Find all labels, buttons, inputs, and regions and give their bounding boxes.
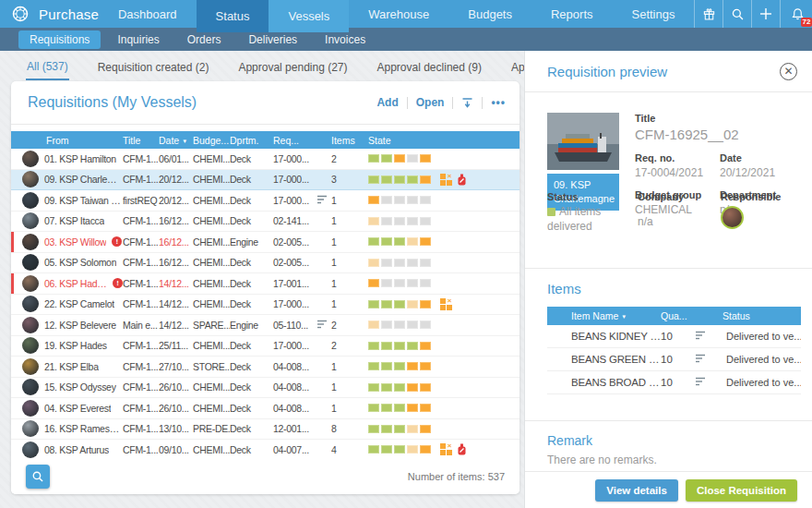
open-button[interactable]: Open	[416, 96, 445, 109]
cancelled-items-icon: ×	[440, 174, 452, 186]
responsible-avatar[interactable]	[721, 206, 744, 229]
close-requisition-button[interactable]: Close Requisition	[686, 479, 797, 502]
state-square	[381, 259, 392, 267]
table-row[interactable]: 05. KSP SolomonCFM-1...16/12...CHEMI...D…	[11, 253, 519, 274]
vessel-avatar	[22, 234, 39, 250]
vessel-avatar	[22, 296, 39, 312]
state-cell	[368, 279, 519, 287]
gift-icon[interactable]	[694, 0, 722, 28]
table-row[interactable]: 15. KSP OdysseyCFM-1...26/10...CHEMI...D…	[11, 378, 519, 399]
close-icon[interactable]: ✕	[780, 63, 797, 80]
column-header-dprtm[interactable]: Dprtm.	[230, 135, 273, 146]
items-column-header-item-name[interactable]: Item Name▼	[571, 310, 661, 321]
items-count-cell: 2	[331, 320, 368, 331]
preview-footer: View details Close Requisition	[525, 471, 812, 508]
from-cell: 05. KSP Solomon	[22, 254, 123, 271]
filter-tabs: All (537)Requisition created (2)Approval…	[0, 51, 524, 81]
table-row[interactable]: 21. KSP ElbaCFM-1...27/10...STORE...Deck…	[11, 357, 519, 378]
state-square	[407, 321, 418, 329]
items-column-header-qua[interactable]: Qua...	[661, 310, 722, 321]
sub-nav-item-deliveries[interactable]: Deliveries	[237, 30, 308, 49]
add-icon[interactable]	[751, 0, 780, 28]
table-row[interactable]: 12. KSP BelevereMain e...14/12...SPARE..…	[11, 315, 519, 336]
table-row[interactable]: 01. KSP HamiltonCFM-1...06/01...CHEMI...…	[11, 149, 519, 170]
column-header-req[interactable]: Req...	[273, 135, 316, 146]
state-square	[420, 342, 431, 350]
column-header-state[interactable]: State	[368, 135, 519, 146]
sub-nav-item-orders[interactable]: Orders	[176, 30, 233, 49]
column-header-budge[interactable]: Budge...	[193, 135, 230, 146]
title-cell: CFM-1...	[123, 423, 159, 434]
table-search-button[interactable]	[26, 465, 50, 489]
view-details-button[interactable]: View details	[595, 479, 678, 502]
budget-cell: STORE...	[193, 361, 230, 372]
state-square	[368, 362, 379, 370]
top-nav-item-dashboard[interactable]: Dashboard	[99, 0, 197, 28]
items-section: Items Item Name▼Qua...Status BEANS KIDNE…	[525, 268, 812, 420]
app-title: Purchase	[39, 6, 99, 22]
item-quantity: 10	[661, 377, 695, 388]
department-cell: Deck	[230, 153, 273, 164]
table-row[interactable]: 09. KSP Taiwan Princ...firstREQ20/12...C…	[11, 190, 519, 212]
table-row[interactable]: 08. KSP ArturusCFM-1...09/10...CHEMI...D…	[11, 440, 519, 461]
column-header-title[interactable]: Title	[123, 135, 159, 146]
notifications-bell-icon[interactable]: 72	[780, 0, 812, 28]
state-icons: ×	[440, 174, 467, 186]
filter-tab-requisition-created-2[interactable]: Requisition created (2)	[97, 54, 210, 79]
date-cell: 20/12...	[159, 195, 193, 206]
state-square	[407, 445, 418, 454]
search-icon[interactable]	[722, 0, 751, 28]
sub-nav-item-requisitions[interactable]: Requisitions	[18, 30, 101, 49]
filter-tab-all-537[interactable]: All (537)	[26, 53, 69, 80]
top-nav-item-warehouse[interactable]: Warehouse	[349, 0, 448, 28]
title-cell: CFM-1...	[123, 444, 159, 455]
state-square	[394, 154, 405, 163]
table-row[interactable]: 04. KSP EverestCFM-1...26/10...CHEMI...D…	[11, 398, 519, 419]
state-square	[420, 425, 431, 433]
items-count-cell: 8	[331, 423, 368, 434]
top-nav-item-vessels[interactable]: Vessels	[269, 0, 349, 32]
requisition-preview-panel: Requisition preview ✕	[524, 51, 812, 508]
req-number-cell: 12-001...	[273, 423, 316, 434]
item-row[interactable]: BEANS BROAD DRY10Delivered to ve...	[547, 371, 801, 394]
add-button[interactable]: Add	[376, 96, 398, 109]
filter-icon[interactable]	[461, 97, 473, 109]
table-row[interactable]: 06. KSP Hadrian!CFM-1...14/12...CHEMI...…	[11, 273, 519, 295]
vessel-name: 04. KSP Everest	[44, 403, 111, 414]
sort-desc-icon: ▼	[182, 139, 187, 144]
column-header-date[interactable]: Date▼	[159, 135, 193, 146]
column-header-from[interactable]: From	[22, 135, 123, 146]
items-count-cell: 4	[331, 444, 368, 455]
state-square	[420, 279, 431, 287]
sub-nav-item-invoices[interactable]: Invoices	[314, 30, 376, 49]
state-square	[368, 259, 379, 267]
item-row[interactable]: BEANS GREEN M...10Delivered to ve...	[547, 348, 801, 371]
table-row[interactable]: 09. KSP CharlemagneCFM-1...20/12...CHEMI…	[11, 170, 519, 191]
budget-cell: CHEMI...	[193, 236, 230, 248]
table-row[interactable]: 16. KSP RamessesCFM-1...13/10...PRE-DE..…	[11, 419, 519, 441]
table-row[interactable]: 19. KSP HadesCFM-1...25/11...CHEMI...Dec…	[11, 336, 519, 357]
top-icons: 72	[694, 0, 812, 28]
top-nav-item-reports[interactable]: Reports	[531, 0, 613, 28]
from-cell: 07. KSP Itacca	[22, 212, 123, 229]
overflow-menu-icon[interactable]: •••	[491, 96, 506, 109]
filter-tab-approval-declined-9[interactable]: Approval declined (9)	[376, 54, 483, 79]
date-cell: 16/12...	[159, 236, 193, 248]
items-column-header-status[interactable]: Status	[722, 310, 801, 321]
table-row[interactable]: 07. KSP ItaccaCFM-1...16/12...CHEMI...De…	[11, 212, 519, 233]
filter-tab-approval-pending-27[interactable]: Approval pending (27)	[237, 54, 348, 79]
req-number-cell: 17-000...	[273, 340, 316, 351]
item-row[interactable]: BEANS KIDNEY B...10Delivered to ve...	[547, 325, 801, 348]
state-square	[381, 342, 392, 350]
sub-nav-item-inquiries[interactable]: Inquiries	[106, 30, 170, 49]
vessel-avatar	[22, 275, 39, 292]
top-nav-item-budgets[interactable]: Budgets	[448, 0, 531, 28]
table-row[interactable]: 22. KSP CamelotCFM-1...14/12...CHEMI...D…	[11, 295, 519, 316]
state-square	[394, 259, 405, 267]
from-cell: 01. KSP Hamilton	[22, 151, 123, 167]
top-nav-item-status[interactable]: Status	[197, 0, 269, 32]
top-nav-item-settings[interactable]: Settings	[613, 0, 695, 28]
state-square	[420, 217, 431, 225]
table-row[interactable]: 03. KSP Willow!CFM-1...16/12...CHEMI...E…	[11, 232, 519, 253]
column-header-items[interactable]: Items	[331, 135, 368, 146]
